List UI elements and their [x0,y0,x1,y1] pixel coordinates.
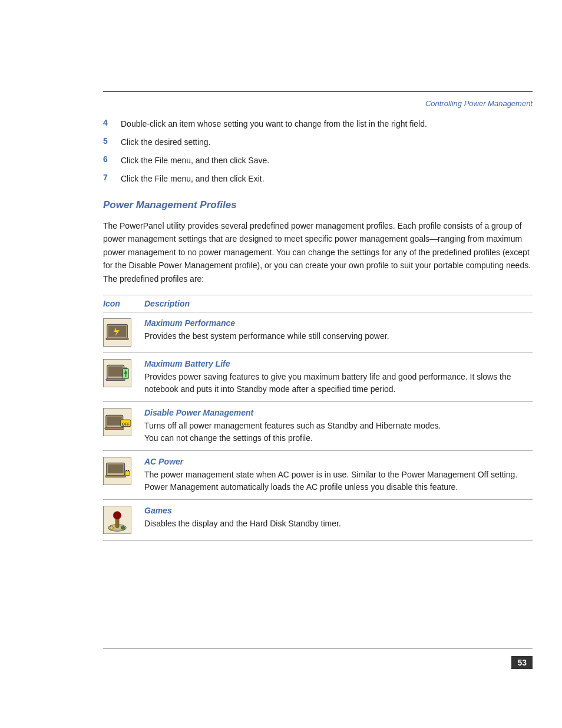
svg-rect-17 [105,476,126,477]
svg-rect-11 [107,416,122,425]
svg-rect-6 [106,379,125,381]
section-heading: Power Management Profiles [103,199,533,211]
col-desc-header: Description [144,295,533,312]
step-text-4: Double-click an item whose setting you w… [121,118,427,130]
step-number-6: 6 [103,154,121,164]
top-line [103,91,533,92]
step-text-5: Click the desired setting. [121,136,211,149]
table-row: Maximum Battery Life Provides power savi… [103,353,533,401]
svg-point-26 [121,526,125,529]
svg-rect-8 [124,367,128,369]
profile-name-ac-power: AC Power [144,457,528,466]
ac-power-icon [103,457,131,485]
col-icon-header: Icon [103,295,144,312]
bottom-line [103,648,533,649]
games-icon [103,506,131,534]
icon-cell-disable-pm: OFF [103,401,144,450]
table-row: AC Power The power management state when… [103,450,533,499]
max-performance-icon [103,318,131,347]
intro-paragraph: The PowerPanel utility provides several … [103,219,533,285]
step-item-5: 5 Click the desired setting. [103,136,533,149]
desc-cell-ac-power: AC Power The power management state when… [144,450,533,499]
svg-rect-3 [106,338,128,340]
step-list: 4 Double-click an item whose setting you… [103,118,533,185]
step-item-6: 6 Click the File menu, and then click Sa… [103,154,533,167]
page-number: 53 [511,656,533,669]
icon-cell-max-battery [103,353,144,401]
svg-text:OFF: OFF [122,422,130,426]
page-container: Controlling Power Management 4 Double-cl… [0,0,562,728]
icon-cell-games [103,499,144,540]
step-item-7: 7 Click the File menu, and then click Ex… [103,173,533,185]
icon-cell-max-perf [103,312,144,353]
table-row: Maximum Performance Provides the best sy… [103,312,533,353]
step-number-4: 4 [103,118,121,127]
desc-cell-max-perf: Maximum Performance Provides the best sy… [144,312,533,353]
desc-cell-max-battery: Maximum Battery Life Provides power savi… [144,353,533,401]
svg-rect-12 [105,428,124,430]
step-text-7: Click the File menu, and then click Exit… [121,173,265,185]
profile-desc-ac-power: The power management state when AC power… [144,470,517,492]
step-text-6: Click the File menu, and then click Save… [121,154,269,167]
profile-name-max-perf: Maximum Performance [144,318,528,328]
table-row: Games Disables the display and the Hard … [103,499,533,540]
header-section: Controlling Power Management [103,94,533,117]
profile-desc-games: Disables the display and the Hard Disk S… [144,519,341,528]
svg-rect-16 [108,464,124,473]
step-item-4: 4 Double-click an item whose setting you… [103,118,533,130]
profile-desc-max-battery: Provides power saving features to give y… [144,372,511,394]
profile-name-max-battery: Maximum Battery Life [144,359,528,368]
step-number-7: 7 [103,173,121,182]
profiles-table: Icon Description [103,295,533,541]
profile-desc-disable-pm-line2: You can not change the settings of this … [144,433,313,443]
step-number-5: 5 [103,136,121,146]
svg-rect-5 [108,366,123,376]
max-battery-icon [103,359,131,387]
content-area: 4 Double-click an item whose setting you… [103,118,533,541]
profile-name-games: Games [144,506,528,515]
table-header-row: Icon Description [103,295,533,312]
desc-cell-games: Games Disables the display and the Hard … [144,499,533,540]
disable-pm-icon: OFF [103,408,131,436]
profile-desc-disable-pm-line1: Turns off all power management features … [144,421,441,430]
profile-desc-max-perf: Provides the best system performance whi… [144,331,389,341]
svg-point-24 [113,512,121,519]
chapter-title: Controlling Power Management [103,94,533,117]
table-row: OFF Disable Power Management Turns off a… [103,401,533,450]
page-number-area: 53 [511,656,533,669]
svg-point-25 [110,526,114,529]
desc-cell-disable-pm: Disable Power Management Turns off all p… [144,401,533,450]
profile-name-disable-pm: Disable Power Management [144,408,528,417]
svg-rect-19 [125,471,130,476]
icon-cell-ac-power [103,450,144,499]
